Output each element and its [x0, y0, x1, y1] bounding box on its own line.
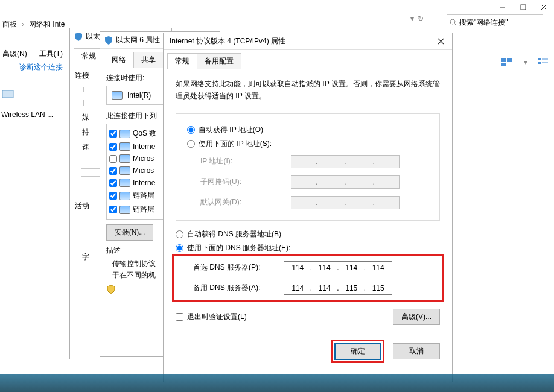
checkbox[interactable] — [109, 155, 117, 163]
list-label: Micros — [133, 166, 154, 175]
checkbox-validate[interactable] — [176, 313, 183, 321]
tab-alternate[interactable]: 备用配置 — [197, 53, 241, 69]
radio-label: 使用下面的 IP 地址(S): — [199, 139, 272, 149]
menu-advanced[interactable]: 高级(N) — [0, 48, 30, 60]
protocol-icon — [119, 192, 130, 200]
tab-share[interactable]: 共享 — [133, 52, 164, 68]
label-dns2: 备用 DNS 服务器(A): — [193, 283, 284, 293]
help-text: 如果网络支持此功能，则可以获取自动指派的 IP 设置。否则，你需要从网络系统管理… — [176, 78, 440, 103]
menu-tools[interactable]: 工具(T) — [37, 48, 65, 60]
sidebar: Wireless LAN ... — [0, 84, 72, 122]
breadcrumb-seg[interactable]: 网络和 Inte — [27, 19, 67, 30]
view-icon[interactable] — [501, 58, 513, 66]
shield-icon — [106, 285, 116, 294]
highlight-dns: 首选 DNS 服务器(P): 114. 114. 114. 114 备用 DNS… — [172, 254, 444, 302]
checkbox[interactable] — [109, 143, 117, 151]
svg-rect-7 — [507, 58, 512, 62]
svg-rect-11 — [538, 62, 541, 64]
protocol-icon — [119, 154, 130, 163]
dialog-title: Internet 协议版本 4 (TCP/IPv4) 属性 — [167, 36, 433, 46]
radio-label: 自动获得 DNS 服务器地址(B) — [187, 229, 281, 239]
protocol-icon — [119, 130, 130, 138]
sidebar-item-label[interactable]: Wireless LAN ... — [0, 107, 72, 122]
svg-line-5 — [454, 24, 456, 25]
ip-octet: 115 — [372, 284, 384, 292]
svg-rect-1 — [521, 5, 526, 10]
ok-button[interactable]: 确定 — [334, 343, 381, 360]
ip-octet: 114 — [291, 284, 304, 292]
list-label: 链路层 — [133, 191, 154, 201]
ip-octet: 114 — [319, 264, 331, 272]
radio-manual-ip[interactable] — [187, 140, 195, 148]
list-label: Interne — [133, 179, 155, 187]
minimize-icon[interactable] — [492, 0, 513, 14]
advanced-button[interactable]: 高级(V)... — [393, 309, 440, 325]
chevron-right-icon: › — [19, 20, 27, 28]
dialog-ipv4-properties: Internet 协议版本 4 (TCP/IPv4) 属性 常规 备用配置 如果… — [163, 33, 453, 382]
chevron-down-icon[interactable]: ▾ — [410, 14, 414, 23]
tab-general[interactable]: 常规 — [167, 53, 197, 69]
svg-rect-6 — [501, 58, 506, 62]
checkbox[interactable] — [109, 192, 117, 200]
maximize-icon[interactable] — [513, 0, 533, 14]
adapter-name: Intel(R) — [127, 91, 151, 100]
highlight-ok: 确定 — [331, 340, 384, 363]
search-placeholder: 搜索"网络连接" — [459, 17, 508, 28]
protocol-icon — [119, 179, 130, 187]
mask-input: ... — [291, 175, 400, 189]
cancel-button[interactable]: 取消 — [393, 343, 440, 359]
taskbar — [0, 374, 554, 392]
adapter-icon — [1, 88, 18, 101]
radio-auto-dns[interactable] — [176, 230, 183, 238]
checkbox[interactable] — [109, 206, 117, 213]
svg-rect-8 — [501, 63, 506, 66]
chevron-down-icon[interactable]: ▾ — [524, 58, 527, 66]
breadcrumb: 面板 › 网络和 Inte — [0, 17, 67, 31]
radio-manual-dns[interactable] — [176, 244, 183, 252]
search-input[interactable]: 搜索"网络连接" — [447, 14, 543, 30]
close-icon[interactable] — [533, 0, 554, 14]
checkbox[interactable] — [109, 167, 117, 175]
close-button[interactable] — [433, 34, 448, 49]
svg-point-4 — [450, 19, 455, 24]
gateway-input: ... — [291, 196, 400, 209]
protocol-icon — [119, 166, 130, 175]
breadcrumb-seg[interactable]: 面板 — [0, 19, 19, 30]
checkbox-label: 退出时验证设置(L) — [187, 312, 247, 322]
close-icon — [438, 38, 444, 45]
sidebar-item-wlan[interactable] — [0, 84, 72, 107]
shield-icon — [104, 36, 113, 45]
label-gateway: 默认网关(D): — [200, 197, 291, 207]
dns1-input[interactable]: 114. 114. 114. 114 — [284, 261, 392, 274]
list-label: Interne — [133, 142, 155, 151]
address-nav: ▾ ↻ — [410, 14, 424, 23]
list-label: Micros — [133, 154, 154, 163]
ip-octet: 114 — [345, 264, 357, 272]
label-dns1: 首选 DNS 服务器(P): — [193, 262, 284, 273]
radio-auto-ip[interactable] — [187, 126, 195, 134]
details-icon[interactable] — [538, 58, 548, 66]
ip-octet: 114 — [319, 284, 331, 292]
group-ip: 自动获得 IP 地址(O) 使用下面的 IP 地址(S): IP 地址(I): … — [176, 113, 440, 221]
ip-input: ... — [291, 155, 400, 168]
shield-icon — [74, 32, 83, 42]
checkbox[interactable] — [109, 179, 117, 187]
diagnose-link[interactable]: 诊断这个连接 — [19, 62, 63, 72]
svg-rect-9 — [538, 58, 541, 60]
protocol-icon — [119, 142, 130, 151]
window-controls — [492, 0, 554, 14]
view-controls: ▾ ? — [501, 58, 554, 66]
menu-bar: 高级(N) 工具(T) — [0, 48, 65, 60]
list-label: QoS 数 — [133, 128, 156, 139]
ip-octet: 115 — [345, 284, 357, 292]
label-ip: IP 地址(I): — [200, 156, 291, 166]
checkbox[interactable] — [109, 130, 117, 138]
search-icon — [450, 19, 457, 26]
radio-label: 自动获得 IP 地址(O) — [199, 125, 263, 135]
protocol-icon — [119, 206, 130, 214]
refresh-icon[interactable]: ↻ — [418, 14, 424, 23]
tab-network[interactable]: 网络 — [104, 52, 134, 68]
ip-octet: 114 — [372, 264, 384, 272]
install-button[interactable]: 安装(N)... — [106, 224, 153, 241]
dns2-input[interactable]: 114. 114. 115. 115 — [284, 282, 392, 295]
